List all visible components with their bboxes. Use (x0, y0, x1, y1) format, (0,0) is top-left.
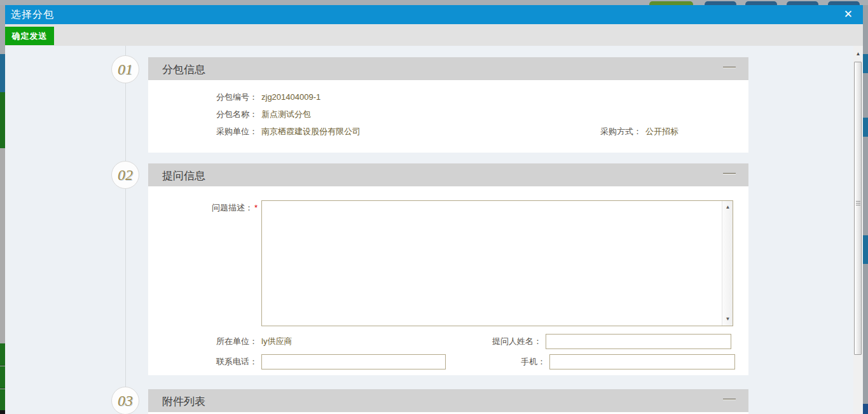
phone-label: 联系电话： (148, 356, 258, 368)
scrollbar-grip (856, 201, 860, 205)
question-desc-textarea[interactable] (262, 201, 722, 326)
section-package-info: 分包信息 分包编号： zjg201404009-1 分包名称： 新点测试分包 采… (148, 57, 748, 153)
background-page-left-edge (0, 5, 5, 414)
package-code-label: 分包编号： (148, 92, 258, 103)
dialog-content: 01 02 03 分包信息 分包编号： zjg201404009-1 分包名称：… (5, 46, 863, 414)
dialog-title: 选择分包 (11, 8, 54, 22)
select-package-dialog: 选择分包 ✕ 确定发送 01 02 03 分包信息 分包编号： zjg20140… (5, 5, 863, 414)
purchase-row: 采购单位： 南京栖霞建设股份有限公司 采购方式： 公开招标 (148, 123, 748, 140)
question-desc-field-wrap: ▲ ▼ (261, 200, 733, 326)
section-number-badge-1: 01 (111, 55, 139, 83)
purchase-method-value: 公开招标 (642, 126, 826, 137)
section-number-badge-3: 03 (111, 387, 139, 414)
phone-mobile-row: 联系电话： 手机： (148, 353, 748, 370)
timeline-line (125, 46, 126, 414)
section-header-question-info: 提问信息 (148, 163, 748, 186)
question-desc-label: 问题描述：* (148, 200, 258, 214)
unit-value: ly供应商 (258, 336, 442, 347)
dialog-toolbar: 确定发送 (5, 24, 863, 46)
section-title: 分包信息 (162, 62, 205, 77)
collapse-icon[interactable] (723, 173, 736, 174)
section-header-package-info: 分包信息 (148, 57, 748, 80)
section-attachment-list: 附件列表 (148, 389, 748, 414)
scrollbar-thumb[interactable] (854, 62, 862, 355)
close-icon[interactable]: ✕ (844, 8, 853, 22)
dialog-titlebar: 选择分包 ✕ (5, 5, 863, 24)
collapse-icon[interactable] (723, 399, 736, 400)
unit-asker-row: 所在单位： ly供应商 提问人姓名： (148, 333, 748, 350)
purchase-method-label: 采购方式： (542, 126, 642, 137)
section-header-attachment-list: 附件列表 (148, 389, 748, 412)
collapse-icon[interactable] (723, 67, 736, 68)
package-code-value: zjg201404009-1 (258, 92, 442, 102)
asker-label: 提问人姓名： (442, 336, 542, 347)
package-name-value: 新点测试分包 (258, 109, 442, 120)
scroll-up-icon[interactable]: ▲ (853, 48, 863, 60)
scroll-up-icon[interactable]: ▲ (722, 202, 733, 212)
background-page-top-edge (0, 0, 868, 5)
phone-input[interactable] (261, 354, 446, 369)
confirm-send-button[interactable]: 确定发送 (5, 27, 54, 45)
mobile-label: 手机： (446, 356, 546, 368)
background-page-right-edge (863, 5, 868, 414)
package-name-label: 分包名称： (148, 109, 258, 120)
textarea-scrollbar[interactable]: ▲ ▼ (722, 201, 733, 326)
section-title: 提问信息 (162, 169, 205, 183)
required-asterisk: * (253, 203, 258, 212)
section-title: 附件列表 (162, 394, 205, 409)
question-desc-row: 问题描述：* ▲ ▼ (148, 200, 748, 326)
package-code-row: 分包编号： zjg201404009-1 (148, 88, 748, 106)
dialog-scrollbar[interactable]: ▲ (853, 46, 863, 414)
mobile-input[interactable] (549, 354, 735, 369)
scroll-down-icon[interactable]: ▼ (722, 314, 733, 324)
purchase-org-label: 采购单位： (148, 126, 258, 137)
section-question-info: 提问信息 问题描述：* ▲ ▼ 所在单位： ly供应商 (148, 163, 748, 375)
purchase-org-value: 南京栖霞建设股份有限公司 (258, 126, 542, 137)
asker-name-input[interactable] (546, 334, 731, 349)
package-name-row: 分包名称： 新点测试分包 (148, 106, 748, 123)
section-number-badge-2: 02 (111, 161, 139, 189)
unit-label: 所在单位： (148, 336, 258, 347)
